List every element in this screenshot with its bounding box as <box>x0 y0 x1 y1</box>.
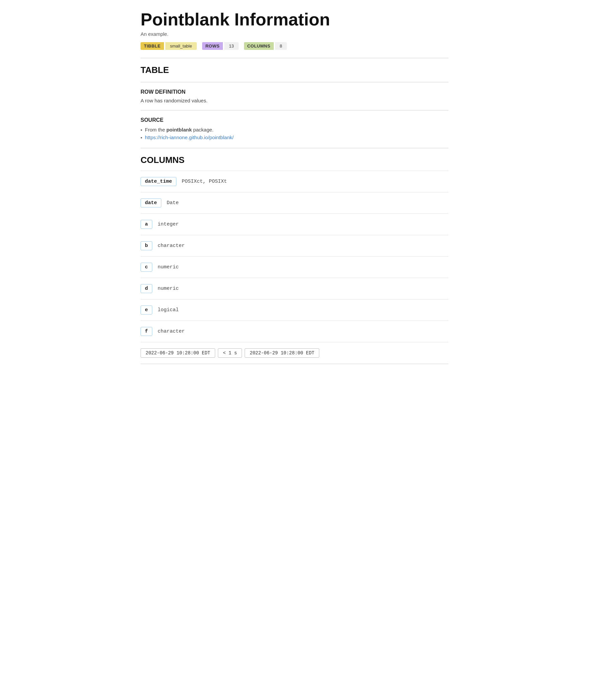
column-name-badge: d <box>141 284 152 293</box>
column-name-badge: a <box>141 220 152 229</box>
divider-4 <box>141 148 448 148</box>
column-name-badge: b <box>141 241 152 250</box>
row-definition-block: ROW DEFINITION A row has randomized valu… <box>141 89 448 103</box>
rows-label-badge: ROWS <box>202 42 223 50</box>
column-row: dnumeric <box>141 278 448 299</box>
page-title: Pointblank Information <box>141 10 448 29</box>
row-definition-text: A row has randomized values. <box>141 98 448 103</box>
source-link[interactable]: https://rich-iannone.github.io/pointblan… <box>145 135 234 140</box>
columns-label-badge: COLUMNS <box>244 42 274 50</box>
column-name-badge: f <box>141 327 152 336</box>
column-row: ainteger <box>141 214 448 235</box>
column-row: cnumeric <box>141 257 448 278</box>
badges-row: TIBBLE small_table ROWS 13 COLUMNS 8 <box>141 42 448 50</box>
tibble-label-badge: TIBBLE <box>141 42 164 50</box>
column-type: numeric <box>158 286 179 291</box>
source-item-2[interactable]: https://rich-iannone.github.io/pointblan… <box>141 134 448 141</box>
footer-duration: < 1 s <box>218 348 242 358</box>
column-type: logical <box>158 307 179 313</box>
column-row: fcharacter <box>141 321 448 342</box>
column-type: POSIXct, POSIXt <box>182 179 227 184</box>
column-type: numeric <box>158 264 179 270</box>
column-row: date_timePOSIXct, POSIXt <box>141 171 448 192</box>
divider-1 <box>141 58 448 58</box>
column-row: bcharacter <box>141 235 448 257</box>
row-definition-heading: ROW DEFINITION <box>141 89 448 95</box>
footer-end-time: 2022-06-29 10:28:00 EDT <box>245 348 319 358</box>
column-row: dateDate <box>141 192 448 214</box>
source-block: SOURCE From the pointblank package. http… <box>141 117 448 141</box>
divider-3 <box>141 110 448 110</box>
source-item-1: From the pointblank package. <box>141 126 448 134</box>
columns-section: COLUMNS date_timePOSIXct, POSIXtdateDate… <box>141 155 448 364</box>
columns-section-heading: COLUMNS <box>141 155 448 165</box>
column-type: Date <box>167 200 179 206</box>
column-name-badge: date <box>141 198 161 207</box>
tibble-value-badge: small_table <box>165 42 197 50</box>
footer-row: 2022-06-29 10:28:00 EDT < 1 s 2022-06-29… <box>141 342 448 364</box>
source-heading: SOURCE <box>141 117 448 123</box>
column-type: character <box>158 243 185 249</box>
table-section-heading: TABLE <box>141 65 448 75</box>
rows-value-badge: 13 <box>224 42 238 50</box>
column-name-badge: e <box>141 305 152 315</box>
columns-value-badge: 8 <box>275 42 287 50</box>
column-type: character <box>158 329 185 334</box>
source-item-1-text: From the pointblank package. <box>145 127 214 133</box>
source-list: From the pointblank package. https://ric… <box>141 126 448 141</box>
columns-list: date_timePOSIXct, POSIXtdateDateainteger… <box>141 171 448 342</box>
column-name-badge: c <box>141 263 152 272</box>
source-bold: pointblank <box>166 127 192 133</box>
column-row: elogical <box>141 299 448 321</box>
column-type: integer <box>158 222 179 227</box>
divider-2 <box>141 82 448 82</box>
page-subtitle: An example. <box>141 31 448 37</box>
footer-start-time: 2022-06-29 10:28:00 EDT <box>141 348 215 358</box>
column-name-badge: date_time <box>141 177 176 186</box>
